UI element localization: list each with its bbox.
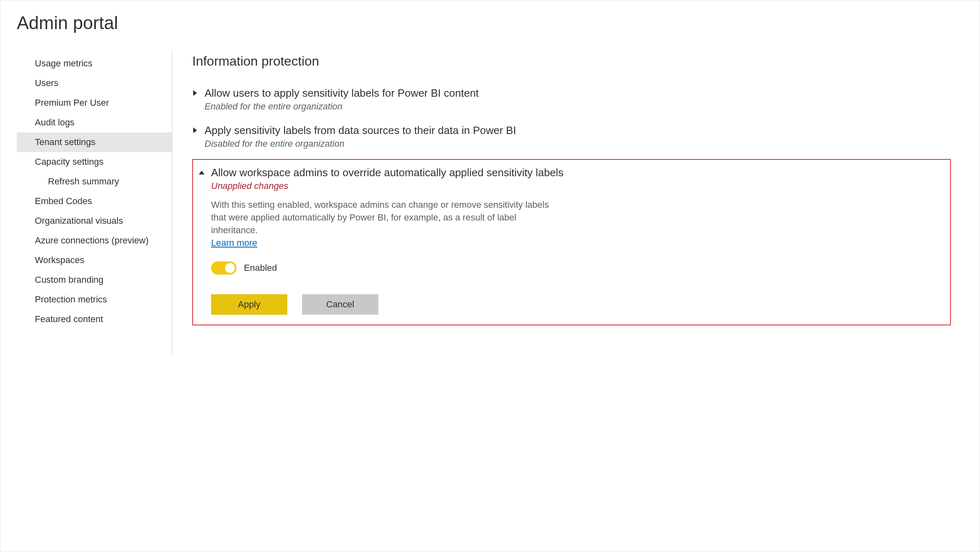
sidebar-item-refresh-summary[interactable]: Refresh summary (17, 172, 172, 191)
sidebar-item-featured-content[interactable]: Featured content (17, 309, 172, 329)
main-content: Information protection Allow users to ap… (173, 50, 963, 354)
sidebar-item-embed-codes[interactable]: Embed Codes (17, 191, 172, 211)
sidebar-item-workspaces[interactable]: Workspaces (17, 250, 172, 270)
cancel-button[interactable]: Cancel (302, 294, 378, 315)
setting-description-text: With this setting enabled, workspace adm… (211, 200, 549, 235)
sidebar-item-usage-metrics[interactable]: Usage metrics (17, 54, 172, 73)
sidebar-item-custom-branding[interactable]: Custom branding (17, 270, 172, 290)
chevron-right-icon[interactable] (192, 90, 199, 96)
page-title: Admin portal (17, 13, 963, 33)
section-title: Information protection (192, 54, 951, 69)
chevron-right-icon[interactable] (192, 127, 199, 133)
sidebar-item-organizational-visuals[interactable]: Organizational visuals (17, 211, 172, 231)
apply-button[interactable]: Apply (211, 294, 287, 315)
setting-title: Allow workspace admins to override autom… (211, 166, 944, 180)
sidebar-item-protection-metrics[interactable]: Protection metrics (17, 290, 172, 309)
setting-status: Disabled for the entire organization (205, 139, 947, 149)
sidebar-item-tenant-settings[interactable]: Tenant settings (17, 132, 172, 152)
sidebar-item-azure-connections[interactable]: Azure connections (preview) (17, 231, 172, 250)
sidebar-item-premium-per-user[interactable]: Premium Per User (17, 93, 172, 113)
toggle-label: Enabled (244, 263, 277, 273)
setting-item-data-source-labels: Apply sensitivity labels from data sourc… (192, 118, 951, 155)
sidebar-item-audit-logs[interactable]: Audit logs (17, 113, 172, 132)
sidebar-item-users[interactable]: Users (17, 73, 172, 93)
chevron-up-icon[interactable] (199, 170, 205, 175)
sidebar-item-capacity-settings[interactable]: Capacity settings (17, 152, 172, 172)
enabled-toggle[interactable] (211, 261, 236, 275)
setting-status: Enabled for the entire organization (205, 101, 947, 112)
setting-description: With this setting enabled, workspace adm… (211, 199, 564, 249)
learn-more-link[interactable]: Learn more (211, 237, 257, 250)
setting-item-workspace-admin-override: Allow workspace admins to override autom… (192, 159, 951, 325)
setting-item-sensitivity-labels: Allow users to apply sensitivity labels … (192, 80, 951, 118)
sidebar-nav: Usage metrics Users Premium Per User Aud… (17, 50, 173, 354)
setting-status-unapplied: Unapplied changes (211, 181, 944, 191)
toggle-knob (225, 263, 235, 273)
setting-title: Apply sensitivity labels from data sourc… (205, 123, 947, 138)
setting-title: Allow users to apply sensitivity labels … (205, 86, 947, 100)
